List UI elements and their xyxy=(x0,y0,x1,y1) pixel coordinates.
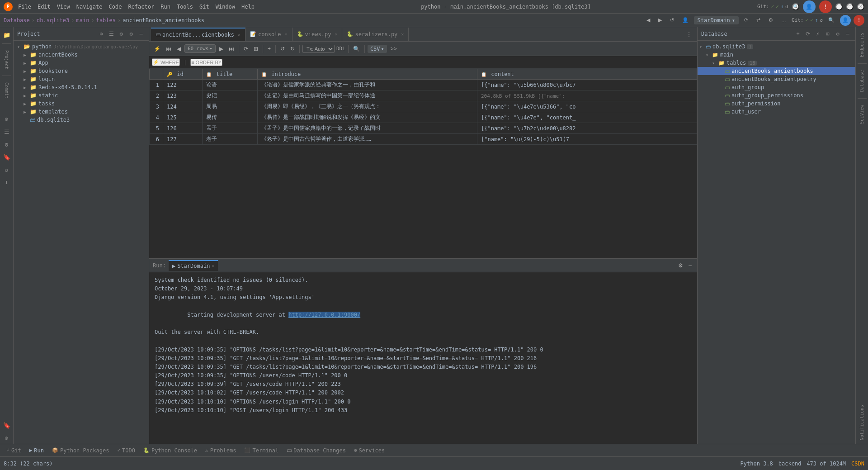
user-avatar2[interactable]: 👤 xyxy=(840,15,851,26)
order-by-btn[interactable]: ≡ ORDER BY xyxy=(190,59,222,66)
tx-select[interactable]: Tx: Auto xyxy=(302,45,335,53)
db-tree-table-authperm[interactable]: ▶ 🗃 auth_permission xyxy=(698,100,855,108)
icon3[interactable]: ⚙ xyxy=(1,138,13,150)
breadcrumb-tables[interactable]: tables xyxy=(96,17,116,24)
forward-btn[interactable]: ▶ xyxy=(656,16,665,24)
git-right-undo[interactable]: ↺ xyxy=(820,17,823,23)
tab-console[interactable]: 📝 console ✕ xyxy=(245,28,292,41)
more-btn[interactable]: … xyxy=(778,17,789,24)
menu-edit[interactable]: Edit xyxy=(38,4,51,10)
tab-console-close[interactable]: ✕ xyxy=(285,32,288,37)
cell-id-2[interactable]: 123 xyxy=(163,90,203,101)
cell-intro-4[interactable]: 《易传》是一部战国时期解说和发挥《易经》的文 xyxy=(258,112,477,123)
add-row-btn[interactable]: + xyxy=(266,45,273,53)
cell-title-4[interactable]: 易传 xyxy=(202,112,257,123)
bottom-tab-db-changes[interactable]: 🗃 Database Changes xyxy=(283,446,349,455)
bottom-tab-git[interactable]: ⑂ Git xyxy=(3,446,25,455)
tree-item-login[interactable]: ▶ 📁 login xyxy=(14,75,149,83)
back-btn[interactable]: ◀ xyxy=(644,16,653,24)
db-minimize-btn[interactable]: – xyxy=(844,30,852,38)
db-tree-main[interactable]: ▾ 📁 main xyxy=(698,51,855,59)
refresh-btn[interactable]: ↺ xyxy=(667,16,677,24)
db-settings-btn[interactable]: ⚙ xyxy=(834,30,842,38)
terminal-settings-btn[interactable]: ⚙ xyxy=(676,261,685,270)
csv-btn[interactable]: CSV ▾ xyxy=(368,45,387,53)
tab-serializers-close[interactable]: ✕ xyxy=(401,32,404,37)
table-row[interactable]: 3 124 周易 《周易》即《易经》，《三易》之一（另有观点： [{"name"… xyxy=(150,101,697,112)
table-row[interactable]: 1 122 论语 《论语》是儒家学派的经典著作之一，由孔子和 [{"name":… xyxy=(150,80,697,90)
cell-intro-6[interactable]: 《老子》是中国古代哲学著作，由道家学派…… xyxy=(258,134,477,145)
notif-icon2[interactable]: ! xyxy=(854,15,864,26)
git-right-arrow[interactable]: ↑ xyxy=(815,17,818,23)
cell-title-2[interactable]: 史记 xyxy=(202,90,257,101)
bottom-tab-todo[interactable]: ✓ TODO xyxy=(113,446,139,455)
tab-db-close[interactable]: ✕ xyxy=(238,32,241,37)
db-tree-table-authgroup[interactable]: ▶ 🗃 auth_group xyxy=(698,83,855,91)
menu-navigate[interactable]: Navigate xyxy=(76,4,103,10)
endpoints-label[interactable]: Endpoints xyxy=(859,29,864,61)
global-search-btn[interactable]: 🔍 xyxy=(826,16,837,24)
tab-more-btn[interactable]: ⋮ xyxy=(683,31,695,38)
tree-item-redis[interactable]: ▶ 📁 Redis-x64-5.0.14.1 xyxy=(14,83,149,91)
tab-views[interactable]: 🐍 views.py ✕ xyxy=(292,28,343,41)
col-title[interactable]: 📋 title xyxy=(202,69,257,80)
icon6[interactable]: ⬇ xyxy=(1,176,13,188)
notification-icon[interactable]: ! xyxy=(819,0,832,13)
tree-root[interactable]: ▾ 📂 python D:\Python\Django\django-vue3\… xyxy=(14,43,149,51)
tab-views-close[interactable]: ✕ xyxy=(335,32,337,37)
cell-content-4[interactable]: [{"name": "\u4e7e", "content_ xyxy=(477,112,697,123)
tree-item-ancientbooks[interactable]: ▶ 📁 ancientBooks xyxy=(14,51,149,59)
search-db-btn[interactable]: 🔍 xyxy=(351,45,362,53)
tree-item-static[interactable]: ▶ 📁 static xyxy=(14,91,149,100)
scview-label[interactable]: SciView xyxy=(859,101,864,128)
menu-code[interactable]: Code xyxy=(109,4,122,10)
cell-content-2[interactable]: 204.8kB of 551.9kB [{"name": xyxy=(477,90,697,101)
tab-serializers[interactable]: 🐍 seralizers.py ✕ xyxy=(342,28,409,41)
menu-run[interactable]: Run xyxy=(160,4,170,10)
tree-item-templates[interactable]: ▶ 📁 templates xyxy=(14,108,149,116)
star-domain-selector[interactable]: StarDomain ▾ xyxy=(694,16,739,24)
db-tree-table-authuser[interactable]: ▶ 🗃 auth_user xyxy=(698,108,855,116)
data-grid[interactable]: 🔑 id 📋 title 📋 introduce 📋 xyxy=(149,69,697,258)
menu-bar[interactable]: File Edit View Navigate Code Refactor Ru… xyxy=(18,4,255,10)
col-id[interactable]: 🔑 id xyxy=(163,69,203,80)
menu-window[interactable]: Window xyxy=(216,4,235,10)
cell-id-3[interactable]: 124 xyxy=(163,101,203,112)
bottom-tab-run[interactable]: ▶ Run xyxy=(26,446,47,455)
refresh-data-btn[interactable]: ⟳ xyxy=(242,45,250,53)
panel-collapse-btn[interactable]: ☰ xyxy=(107,30,115,38)
breadcrumb-database[interactable]: Database xyxy=(4,17,30,24)
cell-title-6[interactable]: 老子 xyxy=(202,134,257,145)
cell-title-5[interactable]: 孟子 xyxy=(202,123,257,134)
db-tree-table-authgroupperm[interactable]: ▶ 🗃 auth_group_permissions xyxy=(698,91,855,100)
git-right-check[interactable]: ✓ xyxy=(806,17,809,23)
commit-label[interactable]: Commit xyxy=(4,79,9,102)
icon2[interactable]: ☰ xyxy=(1,126,13,138)
icon5[interactable]: ↺ xyxy=(1,164,13,176)
panel-minimize-btn[interactable]: – xyxy=(137,30,145,38)
panel-filter-btn[interactable]: ⚙ xyxy=(117,30,125,38)
cell-content-3[interactable]: [{"name": "\u4e7e\u5366", "co xyxy=(477,101,697,112)
tab-db[interactable]: 🗃 ancientBo...cientbooks ✕ xyxy=(151,28,245,41)
nav-last-btn[interactable]: ⏭ xyxy=(227,45,236,53)
bottom-tab-python-console[interactable]: 🐍 Python Console xyxy=(140,446,201,455)
terminal-tab-close[interactable]: ✕ xyxy=(212,263,214,268)
status-python[interactable]: Python 3.8 xyxy=(741,461,773,467)
cell-id-1[interactable]: 122 xyxy=(163,80,203,90)
minimize-btn[interactable]: – xyxy=(835,3,843,10)
settings2-btn[interactable]: ⚙ xyxy=(766,16,776,24)
db-tree-table-poetry[interactable]: ▶ 🗃 ancientBooks_ancientpoetry xyxy=(698,75,855,83)
menu-refactor[interactable]: Refactor xyxy=(128,4,154,10)
menu-git[interactable]: Git xyxy=(199,4,209,10)
menu-view[interactable]: View xyxy=(57,4,70,10)
cell-intro-3[interactable]: 《周易》即《易经》，《三易》之一（另有观点： xyxy=(258,101,477,112)
col-content[interactable]: 📋 content xyxy=(477,69,697,80)
nav-prev-btn[interactable]: ◀ xyxy=(175,45,183,53)
terminal-tab-stardomain[interactable]: ▶ StarDomain ✕ xyxy=(169,260,218,271)
project-label[interactable]: Project xyxy=(4,47,9,73)
icon7[interactable]: 🔖 xyxy=(1,419,13,431)
where-btn[interactable]: ⚡ WHERE xyxy=(152,58,180,66)
tree-item-app[interactable]: ▶ 📁 App xyxy=(14,59,149,67)
more-db-btn[interactable]: >> xyxy=(389,45,399,53)
notifications-label[interactable]: Notifications xyxy=(859,401,864,444)
